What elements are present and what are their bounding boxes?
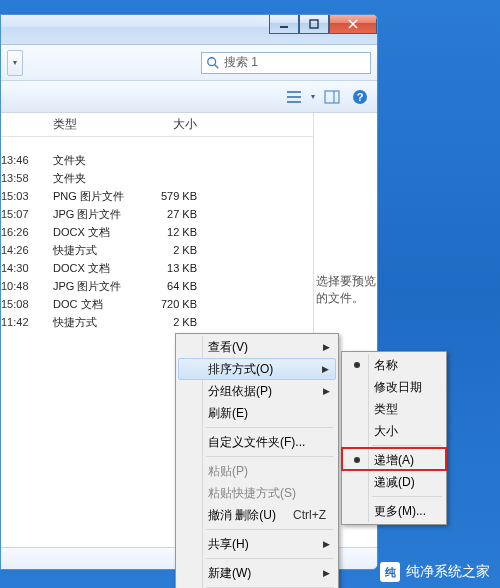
cell-type: DOCX 文档	[47, 225, 147, 240]
view-dropdown-icon[interactable]: ▾	[311, 92, 315, 101]
cell-type: 快捷方式	[47, 243, 147, 258]
cell-size: 2 KB	[147, 316, 227, 328]
window-controls	[269, 14, 377, 34]
sort-more[interactable]: 更多(M)...	[344, 500, 444, 522]
view-details-icon[interactable]	[283, 86, 305, 108]
svg-rect-7	[325, 91, 339, 103]
table-row[interactable]: 15:07JPG 图片文件27 KB	[1, 205, 313, 223]
cell-date: 15:07	[1, 208, 47, 220]
cell-size: 2 KB	[147, 244, 227, 256]
table-row[interactable]: 15:08DOC 文档720 KB	[1, 295, 313, 313]
column-size[interactable]: 大小	[147, 116, 227, 133]
cell-date: 14:26	[1, 244, 47, 256]
chevron-right-icon: ▶	[323, 342, 330, 352]
cell-type: JPG 图片文件	[47, 207, 147, 222]
cell-date: 13:46	[1, 154, 47, 166]
svg-line-3	[215, 64, 219, 68]
search-placeholder: 搜索 1	[224, 54, 258, 71]
watermark: 纯 纯净系统之家	[380, 562, 490, 582]
cell-type: JPG 图片文件	[47, 279, 147, 294]
chevron-right-icon: ▶	[323, 386, 330, 396]
svg-rect-6	[287, 101, 301, 103]
menu-view[interactable]: 查看(V)▶	[178, 336, 336, 358]
cell-type: 文件夹	[47, 171, 147, 186]
nav-bar: ▾ 搜索 1	[1, 45, 377, 81]
cell-date: 13:58	[1, 172, 47, 184]
menu-group[interactable]: 分组依据(P)▶	[178, 380, 336, 402]
radio-dot-icon	[354, 362, 360, 368]
cell-date: 11:42	[1, 316, 47, 328]
radio-dot-icon	[354, 457, 360, 463]
cell-type: DOCX 文档	[47, 261, 147, 276]
cell-date: 16:26	[1, 226, 47, 238]
sort-date-modified[interactable]: 修改日期	[344, 376, 444, 398]
menu-sort[interactable]: 排序方式(O)▶	[178, 358, 336, 380]
menu-paste: 粘贴(P)	[178, 460, 336, 482]
cell-date: 14:30	[1, 262, 47, 274]
cell-date: 15:03	[1, 190, 47, 202]
menu-customize-folder[interactable]: 自定义文件夹(F)...	[178, 431, 336, 453]
chevron-right-icon: ▶	[323, 568, 330, 578]
cell-size: 27 KB	[147, 208, 227, 220]
column-type[interactable]: 类型	[47, 116, 147, 133]
menu-share[interactable]: 共享(H)▶	[178, 533, 336, 555]
close-button[interactable]	[329, 14, 377, 34]
context-menu: 查看(V)▶ 排序方式(O)▶ 分组依据(P)▶ 刷新(E) 自定义文件夹(F)…	[175, 333, 339, 588]
menu-new[interactable]: 新建(W)▶	[178, 562, 336, 584]
table-row[interactable]: 13:46文件夹	[1, 151, 313, 169]
cell-size: 579 KB	[147, 190, 227, 202]
cell-size: 12 KB	[147, 226, 227, 238]
menu-paste-shortcut: 粘贴快捷方式(S)	[178, 482, 336, 504]
table-row[interactable]: 11:42快捷方式2 KB	[1, 313, 313, 331]
sort-type[interactable]: 类型	[344, 398, 444, 420]
svg-rect-0	[280, 26, 288, 28]
minimize-button[interactable]	[269, 14, 299, 34]
search-icon	[206, 56, 220, 70]
table-row[interactable]: 16:26DOCX 文档12 KB	[1, 223, 313, 241]
sort-submenu: 名称 修改日期 类型 大小 递增(A) 递减(D) 更多(M)...	[341, 351, 447, 525]
table-row[interactable]: 14:26快捷方式2 KB	[1, 241, 313, 259]
svg-text:?: ?	[357, 91, 364, 103]
chevron-right-icon: ▶	[322, 364, 329, 374]
sort-name[interactable]: 名称	[344, 354, 444, 376]
titlebar	[1, 15, 377, 45]
cell-size: 720 KB	[147, 298, 227, 310]
menu-refresh[interactable]: 刷新(E)	[178, 402, 336, 424]
svg-point-2	[208, 57, 216, 65]
sort-ascending[interactable]: 递增(A)	[344, 449, 444, 471]
help-icon[interactable]: ?	[349, 86, 371, 108]
cell-type: 快捷方式	[47, 315, 147, 330]
sort-size[interactable]: 大小	[344, 420, 444, 442]
maximize-button[interactable]	[299, 14, 329, 34]
sort-descending[interactable]: 递减(D)	[344, 471, 444, 493]
table-row[interactable]: 14:30DOCX 文档13 KB	[1, 259, 313, 277]
table-row[interactable]: 15:03PNG 图片文件579 KB	[1, 187, 313, 205]
menu-undo-delete[interactable]: 撤消 删除(U)Ctrl+Z	[178, 504, 336, 526]
cell-size: 64 KB	[147, 280, 227, 292]
table-row[interactable]: 13:58文件夹	[1, 169, 313, 187]
preview-text-1: 选择要预览	[316, 273, 376, 290]
cell-type: DOC 文档	[47, 297, 147, 312]
chevron-right-icon: ▶	[323, 539, 330, 549]
svg-rect-5	[287, 96, 301, 98]
shortcut-label: Ctrl+Z	[293, 508, 326, 522]
preview-text-2: 的文件。	[316, 290, 376, 307]
cell-date: 10:48	[1, 280, 47, 292]
watermark-logo-icon: 纯	[380, 562, 400, 582]
nav-history-dropdown[interactable]: ▾	[7, 50, 23, 76]
watermark-text: 纯净系统之家	[406, 563, 490, 581]
cell-type: 文件夹	[47, 153, 147, 168]
column-headers: 类型 大小	[1, 113, 313, 137]
cell-size: 13 KB	[147, 262, 227, 274]
svg-rect-4	[287, 91, 301, 93]
cell-type: PNG 图片文件	[47, 189, 147, 204]
svg-rect-1	[310, 20, 318, 28]
search-input[interactable]: 搜索 1	[201, 52, 371, 74]
table-row[interactable]: 10:48JPG 图片文件64 KB	[1, 277, 313, 295]
preview-pane-icon[interactable]	[321, 86, 343, 108]
cell-date: 15:08	[1, 298, 47, 310]
toolbar: ▾ ?	[1, 81, 377, 113]
